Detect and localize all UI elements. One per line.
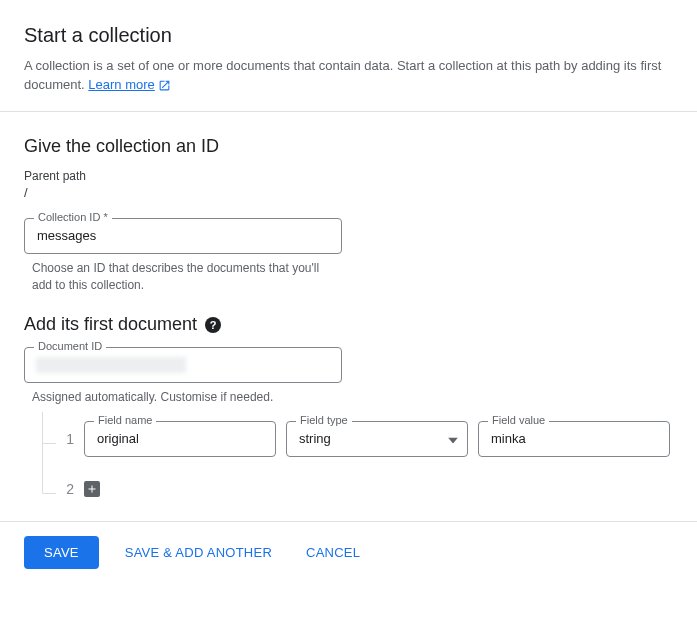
collection-id-helper: Choose an ID that describes the document… (32, 260, 332, 295)
field-name-label: Field name (94, 414, 156, 426)
field-name-input[interactable] (84, 421, 276, 457)
save-button[interactable]: Save (24, 536, 99, 569)
field-value-label: Field value (488, 414, 549, 426)
field-value-input[interactable] (478, 421, 670, 457)
field-type-label: Field type (296, 414, 352, 426)
add-field-button[interactable] (84, 481, 100, 497)
collection-section-title: Give the collection an ID (24, 136, 673, 157)
field-type-select[interactable] (286, 421, 468, 457)
document-section-title: Add its first document (24, 314, 197, 335)
help-icon[interactable]: ? (205, 317, 221, 333)
dialog-description: A collection is a set of one or more doc… (24, 57, 673, 95)
field-row-number: 2 (64, 481, 74, 497)
field-row: 1 Field name Field type Field value (24, 421, 673, 457)
collection-id-label: Collection ID * (34, 211, 112, 223)
document-id-label: Document ID (34, 340, 106, 352)
dialog-title: Start a collection (24, 24, 673, 47)
collection-id-input[interactable] (24, 218, 342, 254)
tree-connector-icon (42, 422, 56, 494)
external-link-icon (158, 79, 171, 92)
document-id-input[interactable] (24, 347, 342, 383)
document-id-helper: Assigned automatically. Customise if nee… (32, 389, 332, 406)
cancel-button[interactable]: Cancel (298, 536, 368, 569)
parent-path-label: Parent path (24, 169, 673, 183)
learn-more-label: Learn more (88, 76, 154, 95)
parent-path-value: / (24, 185, 673, 200)
learn-more-link[interactable]: Learn more (88, 76, 170, 95)
plus-icon (86, 483, 98, 495)
save-and-add-another-button[interactable]: Save & add another (117, 536, 280, 569)
field-row-number: 1 (64, 431, 74, 447)
